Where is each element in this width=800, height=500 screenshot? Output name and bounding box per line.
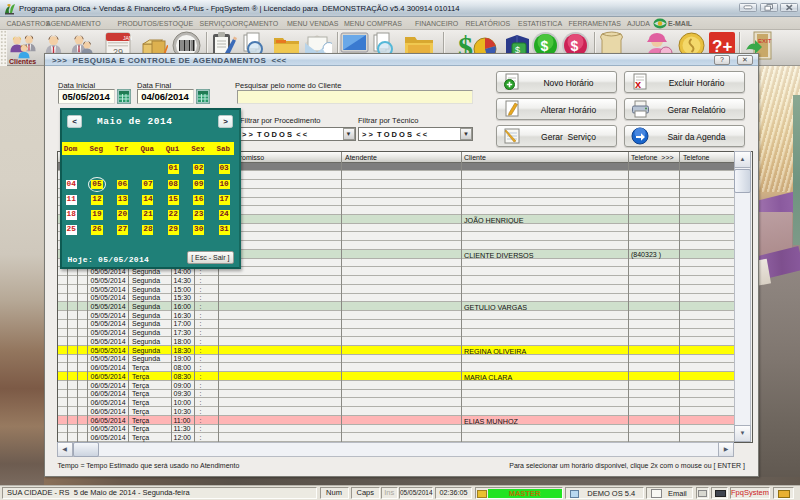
svg-text:EXIT: EXIT — [758, 38, 772, 44]
svg-text:$: $ — [571, 38, 579, 54]
svg-text:$: $ — [541, 38, 549, 54]
svg-text:JAN: JAN — [123, 35, 132, 41]
svg-text:x: x — [635, 78, 642, 90]
